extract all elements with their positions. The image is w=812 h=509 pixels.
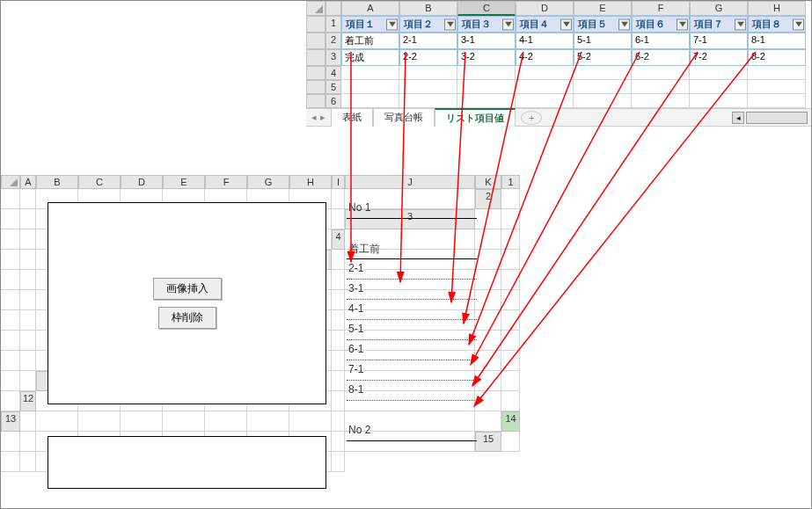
table-cell[interactable]: 2-1 [399, 33, 457, 49]
empty-cell[interactable] [457, 94, 516, 108]
filter-header[interactable]: 項目１ [341, 16, 399, 33]
row-head-1[interactable]: 1 [501, 175, 520, 189]
sheet-tab[interactable]: 表紙 [331, 108, 373, 127]
empty-cell[interactable] [748, 80, 806, 94]
empty-cell[interactable] [748, 66, 806, 80]
empty-cell[interactable] [457, 66, 516, 80]
cell[interactable] [1, 270, 20, 290]
cell[interactable] [36, 411, 78, 432]
row-head-14[interactable]: 14 [501, 411, 520, 432]
empty-cell[interactable] [457, 80, 516, 94]
col-head-G[interactable]: G [690, 1, 748, 16]
empty-cell[interactable] [632, 80, 690, 94]
cell[interactable] [501, 250, 520, 270]
detail-item[interactable]: 2-1 [347, 259, 477, 280]
delete-frame-button[interactable]: 枠削除 [158, 307, 216, 329]
cell[interactable] [20, 209, 36, 229]
cell[interactable] [20, 371, 36, 391]
cell[interactable] [1, 310, 20, 331]
cell[interactable] [332, 411, 345, 432]
cell[interactable] [332, 209, 345, 229]
filter-header[interactable]: 項目４ [516, 16, 574, 33]
table-cell[interactable]: 2-2 [399, 49, 457, 66]
cell[interactable] [332, 310, 345, 331]
cell[interactable] [332, 290, 345, 310]
col-head-H[interactable]: H [289, 175, 332, 189]
row-head-4[interactable]: 4 [332, 229, 345, 250]
detail-item[interactable]: 5-1 [347, 320, 477, 340]
empty-cell[interactable] [516, 66, 574, 80]
detail-item[interactable]: 6-1 [347, 340, 477, 360]
cell[interactable] [475, 391, 501, 411]
empty-cell[interactable] [341, 94, 399, 108]
insert-image-button[interactable]: 画像挿入 [153, 278, 222, 300]
empty-cell[interactable] [690, 94, 748, 108]
scroll-left-button[interactable]: ◂ [732, 112, 744, 124]
cell[interactable] [20, 229, 36, 250]
cell[interactable] [332, 189, 345, 209]
col-head-B[interactable]: B [36, 175, 78, 189]
detail-item[interactable]: 7-1 [347, 360, 477, 381]
cell[interactable] [475, 290, 501, 310]
cell[interactable] [20, 270, 36, 290]
col-head-J[interactable]: J [345, 175, 475, 189]
cell[interactable] [475, 310, 501, 331]
cell[interactable] [501, 331, 520, 351]
col-head-F[interactable]: F [205, 175, 247, 189]
cell[interactable] [20, 351, 36, 371]
empty-cell[interactable] [516, 80, 574, 94]
cell[interactable] [501, 351, 520, 371]
cell[interactable] [20, 189, 36, 209]
col-head-D[interactable]: D [121, 175, 163, 189]
cell[interactable] [121, 411, 163, 432]
col-head-G[interactable]: G [247, 175, 289, 189]
filter-dropdown-icon[interactable] [735, 18, 746, 30]
row-head[interactable]: 6 [326, 94, 341, 108]
filter-header[interactable]: 項目５ [574, 16, 632, 33]
empty-cell[interactable] [574, 66, 632, 80]
cell[interactable] [163, 411, 205, 432]
filter-header[interactable]: 項目８ [748, 16, 806, 33]
empty-cell[interactable] [632, 66, 690, 80]
row-head[interactable]: 5 [326, 80, 341, 94]
empty-cell[interactable] [341, 80, 399, 94]
col-head-B[interactable]: B [399, 1, 457, 16]
col-head-D[interactable]: D [516, 1, 574, 16]
filter-dropdown-icon[interactable] [386, 18, 398, 30]
empty-cell[interactable] [574, 94, 632, 108]
cell[interactable] [332, 391, 345, 411]
cell[interactable] [475, 331, 501, 351]
cell[interactable] [1, 209, 20, 229]
cell[interactable] [475, 229, 501, 250]
empty-cell[interactable] [690, 80, 748, 94]
col-head-A[interactable]: A [341, 1, 399, 16]
detail-item[interactable]: 4-1 [347, 300, 477, 320]
horizontal-scroll[interactable]: ◂ [732, 112, 811, 124]
row-head-2[interactable]: 2 [326, 33, 341, 49]
table-cell[interactable]: 完成 [341, 49, 399, 66]
table-cell[interactable]: 5-2 [574, 49, 632, 66]
empty-cell[interactable] [632, 94, 690, 108]
cell[interactable] [20, 290, 36, 310]
col-head-E[interactable]: E [574, 1, 632, 16]
cell[interactable] [332, 432, 345, 452]
col-head-C[interactable]: C [457, 1, 516, 16]
new-sheet-button[interactable]: + [521, 111, 542, 125]
cell[interactable] [1, 452, 20, 472]
filter-header[interactable]: 項目３ [457, 16, 516, 33]
scroll-track[interactable] [746, 112, 808, 124]
detail-item[interactable]: 着工前 [347, 239, 477, 259]
table-cell[interactable]: 3-2 [457, 49, 516, 66]
empty-cell[interactable] [690, 66, 748, 80]
table-cell[interactable]: 着工前 [341, 33, 399, 49]
cell[interactable] [1, 331, 20, 351]
empty-cell[interactable] [399, 66, 457, 80]
cell[interactable] [501, 371, 520, 391]
empty-cell[interactable] [748, 94, 806, 108]
filter-dropdown-icon[interactable] [444, 18, 456, 30]
table-cell[interactable]: 6-1 [632, 33, 690, 49]
table-cell[interactable]: 4-1 [516, 33, 574, 49]
cell[interactable] [501, 229, 520, 250]
row-head-13[interactable]: 13 [1, 411, 20, 432]
sheet-tab[interactable]: リスト項目値 [435, 108, 516, 127]
